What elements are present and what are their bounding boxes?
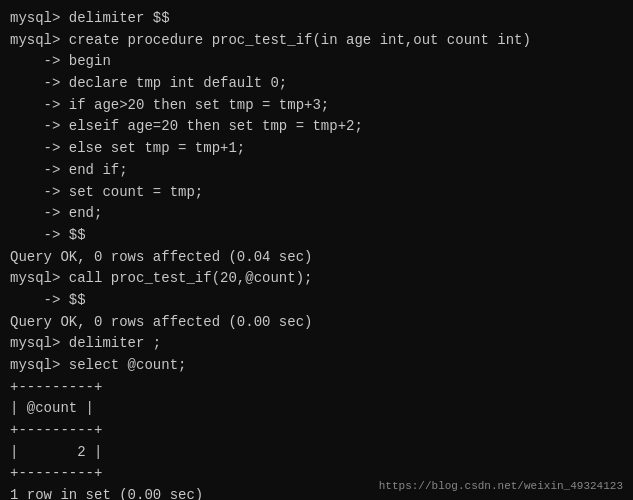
terminal-line: -> elseif age=20 then set tmp = tmp+2; bbox=[10, 116, 623, 138]
terminal-line: -> set count = tmp; bbox=[10, 182, 623, 204]
terminal-line: -> end; bbox=[10, 203, 623, 225]
terminal-line: +---------+ bbox=[10, 377, 623, 399]
terminal-line: -> begin bbox=[10, 51, 623, 73]
terminal-line: Query OK, 0 rows affected (0.00 sec) bbox=[10, 312, 623, 334]
terminal-line: | 2 | bbox=[10, 442, 623, 464]
terminal-line: -> declare tmp int default 0; bbox=[10, 73, 623, 95]
terminal-line: +---------+ bbox=[10, 420, 623, 442]
terminal-line: mysql> select @count; bbox=[10, 355, 623, 377]
terminal-line: | @count | bbox=[10, 398, 623, 420]
terminal-line: mysql> delimiter $$ bbox=[10, 8, 623, 30]
terminal-line: -> else set tmp = tmp+1; bbox=[10, 138, 623, 160]
terminal-line: -> if age>20 then set tmp = tmp+3; bbox=[10, 95, 623, 117]
terminal-line: Query OK, 0 rows affected (0.04 sec) bbox=[10, 247, 623, 269]
terminal-window: mysql> delimiter $$mysql> create procedu… bbox=[0, 0, 633, 500]
terminal-line: -> $$ bbox=[10, 290, 623, 312]
terminal-line: mysql> call proc_test_if(20,@count); bbox=[10, 268, 623, 290]
terminal-line: -> end if; bbox=[10, 160, 623, 182]
terminal-output: mysql> delimiter $$mysql> create procedu… bbox=[10, 8, 623, 500]
terminal-line: -> $$ bbox=[10, 225, 623, 247]
terminal-line: mysql> delimiter ; bbox=[10, 333, 623, 355]
watermark: https://blog.csdn.net/weixin_49324123 bbox=[379, 480, 623, 492]
terminal-line: mysql> create procedure proc_test_if(in … bbox=[10, 30, 623, 52]
